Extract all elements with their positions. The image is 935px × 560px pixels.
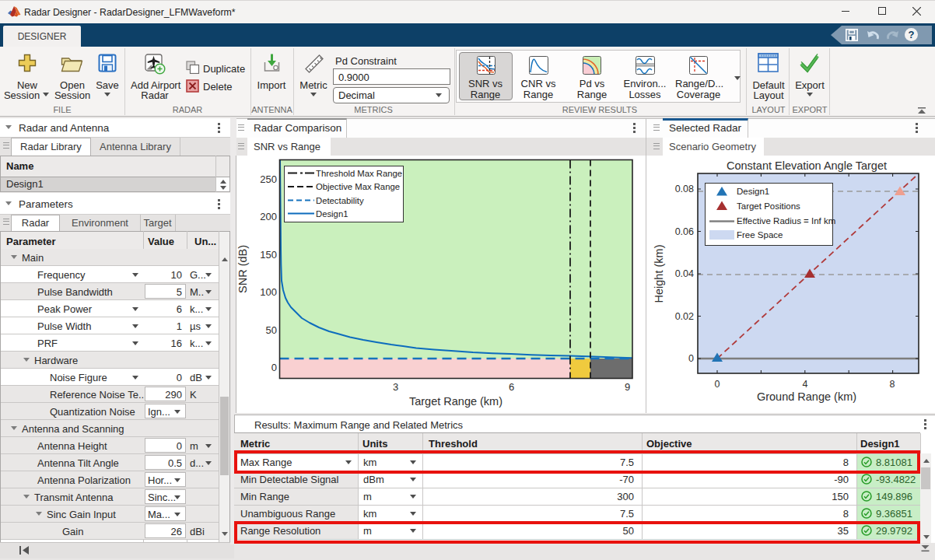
svg-text:50: 50	[266, 324, 277, 336]
svg-text:Target Positions: Target Positions	[737, 201, 800, 211]
svg-text:0: 0	[271, 362, 277, 373]
svg-text:Design1: Design1	[737, 187, 769, 196]
svg-text:3: 3	[393, 381, 398, 393]
svg-text:Target Range (km): Target Range (km)	[409, 395, 503, 408]
svg-text:Constant Elevation Angle Targe: Constant Elevation Angle Target	[727, 159, 887, 172]
svg-text:250: 250	[260, 173, 277, 185]
svg-text:0.02: 0.02	[675, 311, 694, 322]
svg-text:9: 9	[625, 381, 630, 393]
svg-text:150: 150	[260, 249, 277, 261]
svg-text:0.04: 0.04	[675, 268, 694, 279]
svg-text:4: 4	[803, 379, 808, 390]
svg-text:0: 0	[688, 353, 694, 364]
svg-text:100: 100	[260, 286, 277, 298]
svg-text:0.06: 0.06	[675, 226, 694, 237]
svg-text:0: 0	[715, 379, 720, 390]
svg-text:Ground Range (km): Ground Range (km)	[757, 390, 856, 403]
svg-text:Detectability: Detectability	[316, 196, 364, 205]
svg-text:Height (km): Height (km)	[653, 245, 665, 303]
svg-text:Free Space: Free Space	[737, 230, 783, 240]
svg-text:0.08: 0.08	[675, 184, 694, 194]
svg-text:SNR (dB): SNR (dB)	[236, 245, 249, 293]
svg-text:200: 200	[260, 211, 277, 222]
svg-text:6: 6	[509, 381, 514, 393]
svg-text:Design1: Design1	[316, 209, 348, 219]
svg-text:Threshold Max Range: Threshold Max Range	[316, 169, 402, 178]
svg-text:Objective Max Range: Objective Max Range	[316, 182, 400, 191]
svg-text:8: 8	[890, 379, 895, 390]
svg-text:Effective Radius = Inf km: Effective Radius = Inf km	[737, 216, 835, 226]
